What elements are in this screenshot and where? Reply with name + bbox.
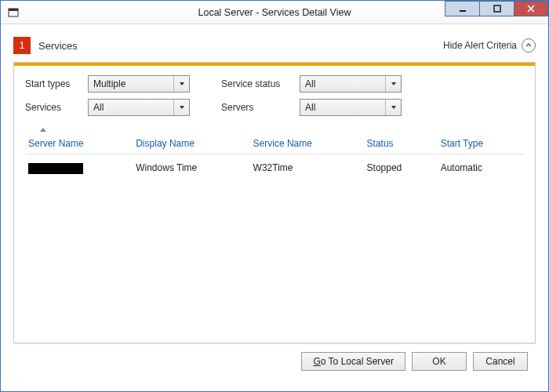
start-types-combo[interactable]: Multiple [88,75,190,93]
dialog-window: Local Server - Services Detail View 1 Se… [0,0,549,392]
col-server-name[interactable]: Server Name [25,135,133,154]
start-types-value: Multiple [93,78,125,89]
cell-status: Stopped [364,154,438,179]
col-start-type[interactable]: Start Type [438,135,524,154]
svg-rect-3 [494,5,500,12]
alert-category-label: Services [38,40,78,52]
ok-button[interactable]: OK [412,352,467,371]
cell-service-name: W32Time [250,154,364,179]
chevron-up-icon [522,38,536,53]
go-to-local-server-button[interactable]: Go To Local Server [301,352,405,371]
servers-label: Servers [221,102,300,113]
toggle-criteria-button[interactable]: Hide Alert Criteria [443,38,536,53]
sort-asc-icon [40,128,46,132]
titlebar: Local Server - Services Detail View [1,1,548,24]
criteria-panel: Start types Multiple Service status All … [13,62,536,343]
cell-display-name: Windows Time [133,154,249,179]
services-value: All [93,102,104,113]
svg-rect-1 [9,9,18,11]
svg-rect-2 [460,10,466,12]
minimize-button[interactable] [445,1,479,16]
services-label: Services [25,102,88,113]
dropdown-arrow-icon [173,76,189,92]
alert-count-badge: 1 [13,37,31,54]
cancel-button[interactable]: Cancel [473,352,528,371]
client-area: 1 Services Hide Alert Criteria Start typ… [1,24,548,391]
servers-value: All [305,102,315,113]
results-table: Server Name Display Name Service Name St… [25,122,524,179]
svg-marker-7 [391,82,396,85]
sort-indicator [25,122,524,135]
dropdown-arrow-icon [385,76,401,92]
filter-grid: Start types Multiple Service status All … [14,66,535,122]
close-button[interactable] [514,1,548,16]
results-grid: Server Name Display Name Service Name St… [14,122,535,343]
alert-header: 1 Services Hide Alert Criteria [13,37,536,54]
services-combo[interactable]: All [88,99,190,116]
col-display-name[interactable]: Display Name [133,135,249,154]
redacted-text [28,163,83,174]
maximize-button[interactable] [479,1,514,16]
service-status-label: Service status [221,78,300,89]
service-status-value: All [305,78,315,89]
col-service-name[interactable]: Service Name [250,135,364,154]
dropdown-arrow-icon [385,100,401,115]
toggle-criteria-label: Hide Alert Criteria [443,40,517,51]
app-icon [7,6,20,19]
cell-start-type: Automatic [438,154,524,179]
dropdown-arrow-icon [173,100,189,115]
dialog-footer: Go To Local Server OK Cancel [13,343,536,379]
start-types-label: Start types [25,78,88,89]
col-status[interactable]: Status [364,135,438,154]
alert-summary: 1 Services [13,37,78,54]
servers-combo[interactable]: All [300,99,402,116]
svg-marker-9 [391,106,396,109]
table-row[interactable]: Windows Time W32Time Stopped Automatic [25,154,524,179]
window-controls [445,1,548,24]
cell-server-name [25,154,133,179]
svg-marker-8 [180,106,184,109]
svg-marker-6 [180,82,184,85]
service-status-combo[interactable]: All [300,75,402,93]
